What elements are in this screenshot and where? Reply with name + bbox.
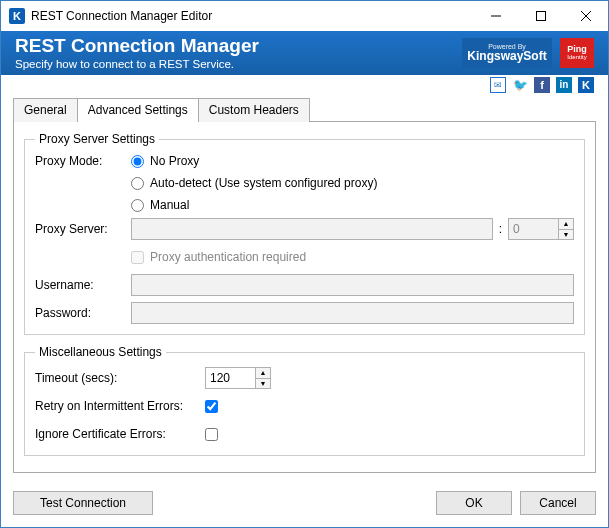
timeout-spinner[interactable]: ▲ ▼ (205, 367, 271, 389)
tab-advanced-settings[interactable]: Advanced Settings (77, 98, 199, 122)
radio-no-proxy[interactable]: No Proxy (131, 154, 377, 168)
tab-general[interactable]: General (13, 98, 78, 122)
username-input[interactable] (131, 274, 574, 296)
tab-strip: General Advanced Settings Custom Headers (13, 97, 596, 121)
radio-no-proxy-label: No Proxy (150, 154, 199, 168)
ignore-cert-label: Ignore Certificate Errors: (35, 427, 205, 441)
content-area: General Advanced Settings Custom Headers… (1, 93, 608, 483)
username-label: Username: (35, 278, 131, 292)
misc-legend: Miscellaneous Settings (35, 345, 166, 359)
mail-icon[interactable]: ✉ (490, 77, 506, 93)
port-separator: : (499, 222, 502, 236)
proxy-mode-label: Proxy Mode: (35, 154, 131, 168)
radio-auto-detect[interactable]: Auto-detect (Use system configured proxy… (131, 176, 377, 190)
proxy-fieldset: Proxy Server Settings Proxy Mode: No Pro… (24, 132, 585, 335)
facebook-icon[interactable]: f (534, 77, 550, 93)
banner: REST Connection Manager Specify how to c… (1, 31, 608, 75)
radio-auto-detect-label: Auto-detect (Use system configured proxy… (150, 176, 377, 190)
proxy-auth-checkbox[interactable] (131, 251, 144, 264)
close-button[interactable] (563, 1, 608, 31)
banner-title: REST Connection Manager (15, 35, 462, 57)
app-icon: K (9, 8, 25, 24)
misc-fieldset: Miscellaneous Settings Timeout (secs): ▲… (24, 345, 585, 456)
banner-subtitle: Specify how to connect to a REST Service… (15, 58, 462, 70)
proxy-server-label: Proxy Server: (35, 222, 131, 236)
svg-rect-1 (536, 12, 545, 21)
timeout-spin-down-icon[interactable]: ▼ (255, 379, 271, 390)
proxy-legend: Proxy Server Settings (35, 132, 159, 146)
minimize-button[interactable] (473, 1, 518, 31)
password-input[interactable] (131, 302, 574, 324)
cancel-button[interactable]: Cancel (520, 491, 596, 515)
proxy-auth-label: Proxy authentication required (150, 250, 306, 264)
retry-label: Retry on Intermittent Errors: (35, 399, 205, 413)
ok-button[interactable]: OK (436, 491, 512, 515)
timeout-spin-up-icon[interactable]: ▲ (255, 367, 271, 379)
kingswaysoft-logo: Powered By KingswaySoft (462, 38, 552, 68)
proxy-port-spinner[interactable]: ▲ ▼ (508, 218, 574, 240)
proxy-port-input[interactable] (508, 218, 558, 240)
radio-manual-label: Manual (150, 198, 189, 212)
radio-manual[interactable]: Manual (131, 198, 377, 212)
titlebar: K REST Connection Manager Editor (1, 1, 608, 31)
password-label: Password: (35, 306, 131, 320)
tab-custom-headers[interactable]: Custom Headers (198, 98, 310, 122)
social-row: ✉ 🐦 f in K (1, 75, 608, 93)
radio-auto-detect-input[interactable] (131, 177, 144, 190)
maximize-button[interactable] (518, 1, 563, 31)
port-spin-down-icon[interactable]: ▼ (558, 230, 574, 241)
ping-identity-logo: Ping Identity (560, 38, 594, 68)
radio-no-proxy-input[interactable] (131, 155, 144, 168)
retry-checkbox[interactable] (205, 400, 218, 413)
window-controls (473, 1, 608, 31)
twitter-icon[interactable]: 🐦 (512, 77, 528, 93)
window-root: K REST Connection Manager Editor REST Co… (0, 0, 609, 528)
window-title: REST Connection Manager Editor (31, 9, 473, 23)
kingsway-icon[interactable]: K (578, 77, 594, 93)
timeout-input[interactable] (205, 367, 255, 389)
footer: Test Connection OK Cancel (1, 483, 608, 527)
timeout-label: Timeout (secs): (35, 371, 205, 385)
port-spin-up-icon[interactable]: ▲ (558, 218, 574, 230)
ignore-cert-checkbox[interactable] (205, 428, 218, 441)
tab-body: Proxy Server Settings Proxy Mode: No Pro… (13, 121, 596, 473)
test-connection-button[interactable]: Test Connection (13, 491, 153, 515)
proxy-server-input[interactable] (131, 218, 493, 240)
linkedin-icon[interactable]: in (556, 77, 572, 93)
radio-manual-input[interactable] (131, 199, 144, 212)
